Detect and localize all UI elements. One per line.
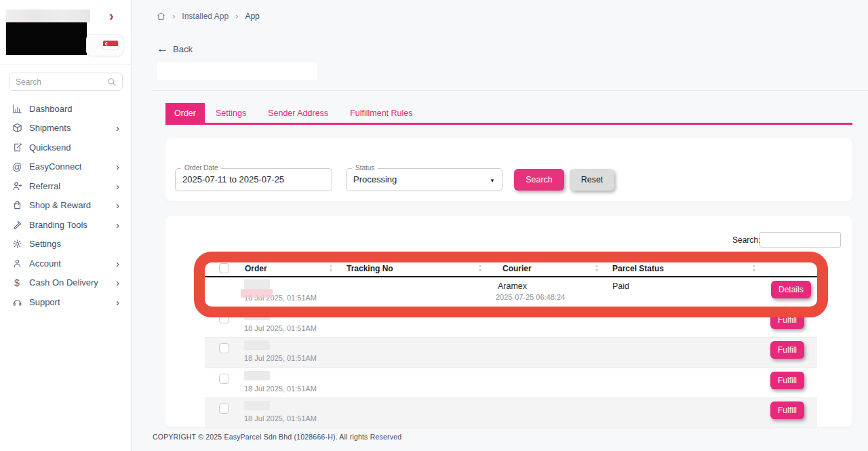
status-select[interactable]: Status Processing ▼ <box>346 168 502 191</box>
table-search-input[interactable] <box>760 232 841 248</box>
chart-icon <box>12 103 22 114</box>
sidebar-item-easyconnect[interactable]: @ EasyConnect › <box>0 157 132 177</box>
back-label: Back <box>173 44 193 54</box>
sort-icon[interactable]: ▲▼ <box>328 263 334 273</box>
gear-icon <box>12 239 22 250</box>
breadcrumb: › Installed App › App <box>157 11 260 21</box>
tab-order[interactable]: Order <box>165 103 205 123</box>
bag-icon <box>12 200 22 211</box>
chevron-right-icon: › <box>116 161 119 172</box>
sidebar-item-support[interactable]: Support › <box>0 292 132 312</box>
person-icon <box>12 258 22 269</box>
sidebar-item-label: EasyConnect <box>29 161 81 172</box>
reset-button[interactable]: Reset <box>570 169 614 191</box>
fulfill-button[interactable]: Fulfill <box>770 401 804 419</box>
fulfill-button[interactable]: Fulfill <box>770 372 804 389</box>
order-id-redacted <box>244 371 270 380</box>
sidebar-item-branding-tools[interactable]: Branding Tools › <box>0 215 132 235</box>
sort-icon[interactable]: ▲▼ <box>477 263 483 273</box>
column-header-order[interactable]: Order <box>245 264 267 273</box>
status-label: Status <box>352 164 378 172</box>
back-button[interactable]: ← Back <box>157 42 193 56</box>
order-id-redacted <box>244 401 270 410</box>
status-value: Processing <box>353 174 397 184</box>
tab-sender-address[interactable]: Sender Address <box>257 103 339 123</box>
sidebar-search <box>9 73 123 91</box>
sort-icon[interactable]: ▲▼ <box>751 263 757 273</box>
wrench-icon <box>12 219 22 230</box>
table-row: 18 Jul 2025, 01:51AM Fulfill <box>205 308 817 338</box>
sidebar-item-label: Quicksend <box>29 142 71 153</box>
details-button[interactable]: Details <box>771 281 811 298</box>
column-header-parcel-status[interactable]: Parcel Status <box>612 264 664 273</box>
row-checkbox[interactable] <box>219 343 229 353</box>
column-header-courier[interactable]: Courier <box>502 264 532 273</box>
sidebar-item-label: Referral <box>29 181 60 191</box>
courier-name: Aramex <box>498 281 527 291</box>
sidebar-item-label: Cash On Delivery <box>29 277 98 288</box>
breadcrumb-separator-icon: › <box>172 11 175 21</box>
at-icon: @ <box>12 161 22 172</box>
sidebar-item-label: Shipments <box>29 123 71 133</box>
sidebar-item-label: Shop & Reward <box>29 200 91 210</box>
dollar-icon: $ <box>12 277 22 288</box>
home-icon[interactable] <box>157 12 165 20</box>
search-button[interactable]: Search <box>514 169 564 191</box>
breadcrumb-item-installed-app[interactable]: Installed App <box>182 12 229 21</box>
logo-redacted <box>6 9 90 22</box>
singapore-flag-icon <box>102 40 119 50</box>
row-checkbox[interactable] <box>219 313 229 323</box>
select-all-checkbox[interactable] <box>219 263 229 273</box>
headset-icon <box>12 296 22 307</box>
sidebar-item-quicksend[interactable]: Quicksend <box>0 138 132 157</box>
order-date-value: 2025-07-11 to 2025-07-25 <box>182 174 284 184</box>
quicksend-icon <box>12 142 22 153</box>
sidebar-item-cash-on-delivery[interactable]: $ Cash On Delivery › <box>0 273 132 293</box>
sidebar-item-shop-reward[interactable]: Shop & Reward › <box>0 196 132 216</box>
chevron-right-icon: › <box>116 220 119 230</box>
order-date-field[interactable]: Order Date 2025-07-11 to 2025-07-25 <box>175 168 332 191</box>
sidebar-item-label: Branding Tools <box>29 220 87 230</box>
person-add-icon <box>12 180 22 191</box>
table-header-row: Order ▲▼ Tracking No ▲▼ Courier ▲▼ Parce… <box>205 260 817 277</box>
orders-table-panel: Search: Order ▲▼ Tracking No ▲▼ Courier … <box>165 216 852 427</box>
tab-fulfillment-rules[interactable]: Fulfillment Rules <box>339 103 423 123</box>
row-checkbox[interactable] <box>219 374 229 384</box>
sidebar-item-shipments[interactable]: Shipments › <box>0 119 132 138</box>
chevron-right-icon: › <box>116 200 119 210</box>
sidebar-item-account[interactable]: Account › <box>0 254 132 273</box>
chevron-right-icon: › <box>116 277 119 288</box>
row-checkbox[interactable] <box>219 404 229 414</box>
sort-icon[interactable]: ▲▼ <box>594 263 599 273</box>
sidebar-divider <box>0 64 132 65</box>
sidebar-nav: Dashboard Shipments › Quicksend @ EasyCo… <box>0 99 132 312</box>
fulfill-button[interactable]: Fulfill <box>770 341 804 359</box>
table-row: 18 Jul 2025, 01:51AM Fulfill <box>205 398 817 427</box>
sidebar-collapse-chevron-icon[interactable]: › <box>109 8 114 24</box>
orders-table: Order ▲▼ Tracking No ▲▼ Courier ▲▼ Parce… <box>205 260 817 427</box>
tab-settings[interactable]: Settings <box>205 103 257 123</box>
language-selector[interactable] <box>86 34 123 56</box>
fulfill-button[interactable]: Fulfill <box>770 311 804 329</box>
sidebar-item-label: Settings <box>29 239 61 249</box>
order-date-label: Order Date <box>181 164 221 172</box>
sidebar-item-settings[interactable]: Settings <box>0 235 132 254</box>
sidebar-search-input[interactable] <box>16 73 104 90</box>
sidebar-item-label: Account <box>29 258 61 269</box>
chevron-right-icon: › <box>116 181 119 191</box>
sidebar-item-label: Support <box>29 297 60 307</box>
parcel-status-text: Paid <box>612 281 629 291</box>
sidebar-item-referral[interactable]: Referral › <box>0 176 132 196</box>
table-row: 18 Jul 2025, 01:51AM Fulfill <box>205 338 817 368</box>
back-arrow-icon: ← <box>157 42 168 56</box>
column-header-tracking-no[interactable]: Tracking No <box>347 264 393 273</box>
header-divider <box>152 90 868 91</box>
table-row-paid-order: 18 Jul 2025, 01:51AM Aramex 2025-07-25 0… <box>205 277 817 308</box>
caret-down-icon: ▼ <box>490 178 495 184</box>
filter-panel: Order Date 2025-07-11 to 2025-07-25 Stat… <box>165 138 852 201</box>
order-date-text: 18 Jul 2025, 01:51AM <box>244 324 317 332</box>
easyparcel-app-page: › Dashboard Shipments › Quicksend <box>0 0 868 451</box>
sidebar-item-dashboard[interactable]: Dashboard <box>0 99 132 119</box>
sidebar: › Dashboard Shipments › Quicksend <box>0 0 132 451</box>
chevron-right-icon: › <box>116 258 119 269</box>
